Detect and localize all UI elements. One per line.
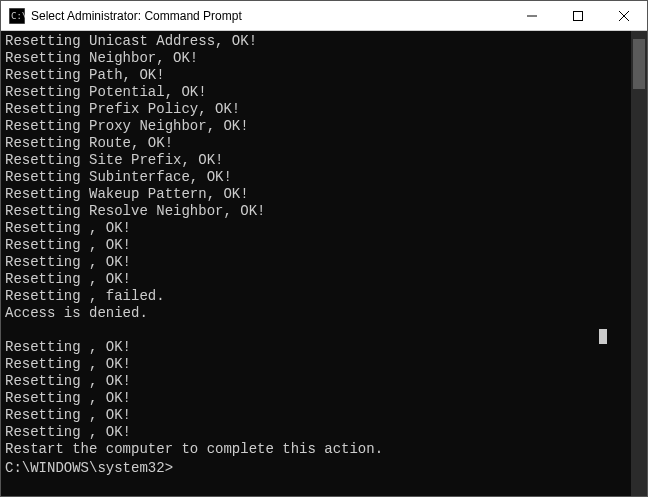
terminal-viewport: Resetting Unicast Address, OK! Resetting… [1,31,633,496]
scrollbar-thumb[interactable] [633,39,645,89]
terminal-output: Resetting Unicast Address, OK! Resetting… [1,31,633,460]
cmd-window: C:\ Select Administrator: Command Prompt… [0,0,648,497]
close-button[interactable] [601,1,647,30]
scrollbar-vertical[interactable] [631,31,647,496]
svg-text:C:\: C:\ [11,11,25,21]
minimize-button[interactable] [509,1,555,30]
prompt-text: C:\WINDOWS\system32> [5,460,173,477]
cmd-icon: C:\ [9,8,25,24]
svg-rect-3 [574,11,583,20]
terminal-area[interactable]: Resetting Unicast Address, OK! Resetting… [1,31,647,496]
window-controls [509,1,647,30]
titlebar[interactable]: C:\ Select Administrator: Command Prompt [1,1,647,31]
text-cursor [599,329,607,344]
maximize-button[interactable] [555,1,601,30]
prompt-line: C:\WINDOWS\system32> [1,460,633,477]
window-title: Select Administrator: Command Prompt [31,9,509,23]
